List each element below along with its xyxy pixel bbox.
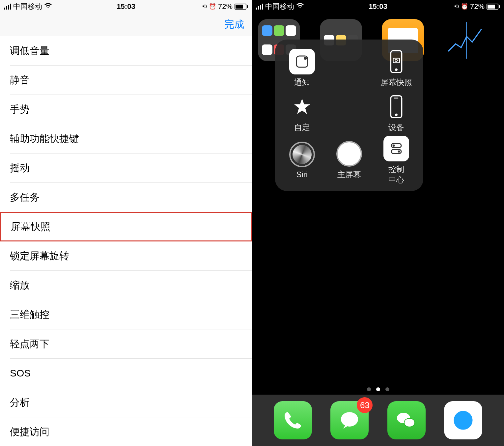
- list-item-mute[interactable]: 静音: [10, 66, 252, 95]
- svg-point-9: [395, 114, 398, 116]
- statusbar-left: 中国移动 15:03 ⟲ ⏰ 72%: [0, 0, 252, 13]
- screenshot-icon: [383, 49, 409, 74]
- device-icon: [383, 94, 409, 120]
- svg-point-17: [404, 418, 415, 427]
- signal-icon: [4, 4, 11, 10]
- at-screenshot[interactable]: 屏幕快照: [373, 45, 420, 91]
- svg-point-4: [395, 69, 398, 71]
- home-screen: 中国移动 15:03 ⟲ ⏰ 72%: [252, 0, 504, 446]
- siri-icon: [289, 142, 315, 167]
- at-siri[interactable]: Siri: [278, 136, 325, 185]
- star-icon: [289, 94, 315, 120]
- time-label: 15:03: [369, 2, 387, 11]
- svg-point-14: [398, 150, 400, 153]
- home-content: 通知 屏幕快照 自定 设备: [252, 13, 504, 446]
- svg-point-12: [392, 144, 395, 147]
- page-dot-active: [376, 387, 380, 391]
- rotation-lock-icon: ⟲: [454, 3, 459, 10]
- at-label: 设备: [388, 122, 404, 133]
- wifi-icon: [44, 2, 52, 11]
- svg-marker-7: [294, 99, 310, 114]
- page-dot: [385, 387, 389, 391]
- control-center-icon: [383, 136, 409, 161]
- list-item-sos[interactable]: SOS: [10, 359, 252, 388]
- at-label: 自定: [294, 122, 310, 133]
- battery-icon: [487, 4, 500, 10]
- at-label: 屏幕快照: [380, 77, 412, 88]
- done-button[interactable]: 完成: [224, 18, 244, 31]
- battery-pct: 72%: [470, 2, 485, 11]
- list-item-shake[interactable]: 摇动: [10, 153, 252, 183]
- at-label: 主屏幕: [337, 169, 361, 180]
- at-label: Siri: [296, 170, 308, 179]
- at-device[interactable]: 设备: [373, 91, 420, 136]
- battery-icon: [235, 4, 248, 10]
- list-item-analytics[interactable]: 分析: [10, 388, 252, 417]
- svg-point-6: [395, 59, 398, 62]
- alarm-icon: ⏰: [209, 3, 216, 10]
- dock: 63: [252, 395, 504, 446]
- settings-list: 调低音量 静音 手势 辅助功能快捷键 摇动 多任务 屏幕快照 锁定屏幕旋转 缩放…: [0, 36, 252, 446]
- list-item-lock-rotation[interactable]: 锁定屏幕旋转: [10, 241, 252, 271]
- svg-rect-5: [393, 58, 400, 63]
- wifi-icon: [296, 2, 304, 11]
- at-label: 通知: [294, 77, 310, 88]
- wechat-app-icon[interactable]: [387, 401, 426, 439]
- list-item-reachability[interactable]: 便捷访问: [10, 417, 252, 446]
- list-item-double-tap[interactable]: 轻点两下: [10, 329, 252, 359]
- notification-icon: [289, 49, 315, 74]
- list-item-3d-touch[interactable]: 三维触控: [10, 300, 252, 329]
- at-custom[interactable]: 自定: [278, 91, 325, 136]
- list-item-gestures[interactable]: 手势: [10, 95, 252, 124]
- messages-app-icon[interactable]: 63: [330, 401, 369, 439]
- stocks-app-icon[interactable]: [444, 19, 486, 61]
- assistive-touch-panel: 通知 屏幕快照 自定 设备: [275, 40, 423, 191]
- carrier-label: 中国移动: [13, 2, 42, 12]
- page-indicator[interactable]: [367, 387, 389, 391]
- carrier-label: 中国移动: [265, 2, 294, 12]
- at-label: 控制 中心: [388, 164, 404, 185]
- list-item-accessibility-shortcut[interactable]: 辅助功能快捷键: [10, 124, 252, 153]
- at-control-center[interactable]: 控制 中心: [373, 136, 420, 185]
- svg-point-2: [304, 57, 307, 60]
- list-item-multitask[interactable]: 多任务: [10, 183, 252, 212]
- phone-app-icon[interactable]: [274, 401, 312, 439]
- alarm-icon: ⏰: [461, 3, 468, 10]
- signal-icon: [256, 4, 263, 10]
- rotation-lock-icon: ⟲: [202, 3, 207, 10]
- safari-app-icon[interactable]: [444, 401, 482, 439]
- at-home[interactable]: 主屏幕: [325, 136, 373, 185]
- at-notification[interactable]: 通知: [278, 45, 325, 91]
- time-label: 15:03: [117, 2, 135, 11]
- battery-pct: 72%: [218, 2, 233, 11]
- statusbar-right: 中国移动 15:03 ⟲ ⏰ 72%: [252, 0, 504, 13]
- svg-point-15: [341, 412, 358, 427]
- messages-badge: 63: [357, 397, 373, 413]
- list-item-screenshot[interactable]: 屏幕快照: [0, 212, 252, 241]
- home-icon: [336, 141, 362, 167]
- settings-screen: 中国移动 15:03 ⟲ ⏰ 72% 完成 调低音量 静音 手势 辅助功能快捷键…: [0, 0, 252, 446]
- list-item-zoom[interactable]: 缩放: [10, 271, 252, 300]
- navbar: 完成: [0, 13, 252, 36]
- list-item-volume-down[interactable]: 调低音量: [10, 36, 252, 66]
- page-dot: [367, 387, 371, 391]
